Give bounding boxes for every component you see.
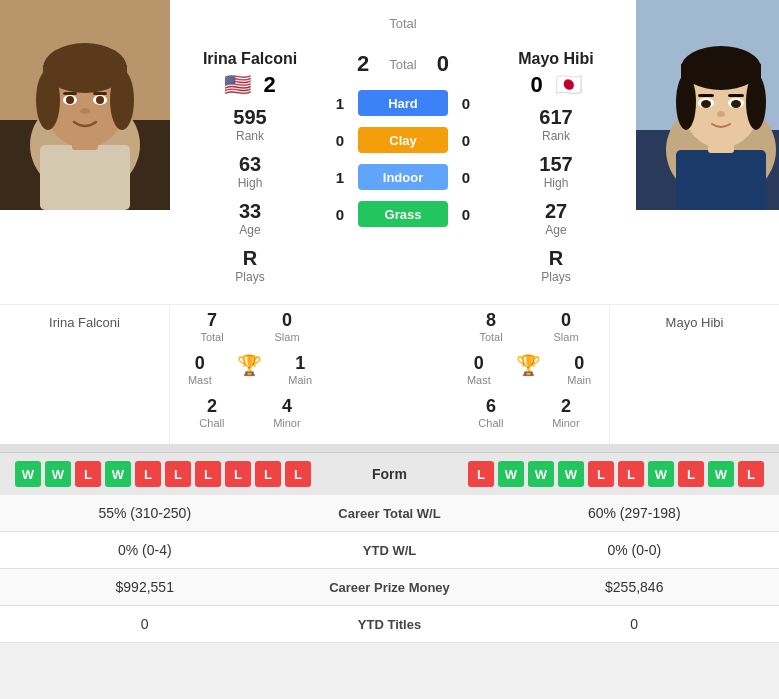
stats-row-ytd-titles: 0 YTD Titles 0 [0, 606, 779, 643]
svg-point-30 [731, 100, 741, 108]
form-section: W W L W L L L L L L Form L W W W L L W L… [0, 452, 779, 495]
right-main-block: 0 Main [567, 353, 591, 386]
right-main-lbl: Main [567, 374, 591, 386]
svg-rect-15 [93, 92, 107, 95]
right-mast-val: 0 [467, 353, 491, 374]
left-stat-pair-1: 7 Total 0 Slam [175, 310, 325, 343]
left-flag: 🇺🇸 [224, 72, 251, 98]
right-form-2: W [528, 461, 554, 487]
left-form-7: L [225, 461, 251, 487]
right-high-label: High [539, 176, 572, 190]
right-clay-score: 0 [456, 132, 476, 149]
left-total-val: 7 [200, 310, 223, 331]
right-total-lbl: Total [479, 331, 502, 343]
left-form-0: W [15, 461, 41, 487]
left-plays-label: Plays [235, 270, 264, 284]
left-form-4: L [135, 461, 161, 487]
right-high-value: 157 [539, 153, 572, 176]
right-chall-lbl: Chall [478, 417, 503, 429]
right-stat-pair-2: 0 Mast 🏆 0 Main [454, 353, 604, 386]
right-form-badges: L W W W L L W L W L [468, 461, 764, 487]
left-trophy-icon: 🏆 [237, 353, 262, 386]
right-name-below: Mayo Hibi [666, 315, 724, 330]
svg-rect-31 [698, 94, 714, 97]
left-mast-block: 0 Mast [188, 353, 212, 386]
left-form-1: W [45, 461, 71, 487]
surfaces-block: 1 Hard 0 0 Clay 0 1 Indoor 0 0 Grass [330, 90, 476, 233]
left-form-6: L [195, 461, 221, 487]
left-form-5: L [165, 461, 191, 487]
left-grass-score: 0 [330, 206, 350, 223]
left-total-lbl: Total [200, 331, 223, 343]
right-age-value: 27 [545, 200, 567, 223]
left-hard-score: 1 [330, 95, 350, 112]
surface-row-hard: 1 Hard 0 [330, 90, 476, 116]
top-section: Irina Falconi 🇺🇸 2 595 Rank 63 High 33 A… [0, 0, 779, 304]
ytd-wl-label: YTD W/L [290, 543, 490, 558]
svg-point-33 [717, 111, 725, 117]
left-stat-pair-3: 2 Chall 4 Minor [175, 396, 325, 429]
ytd-titles-left: 0 [0, 616, 290, 632]
left-chall-val: 2 [199, 396, 224, 417]
left-minor-block: 4 Minor [273, 396, 301, 429]
svg-point-16 [80, 108, 90, 114]
right-chall-block: 6 Chall [478, 396, 503, 429]
right-minor-lbl: Minor [552, 417, 580, 429]
right-slam-block: 0 Slam [554, 310, 579, 343]
right-rank-value: 617 [539, 106, 572, 129]
svg-point-28 [701, 100, 711, 108]
left-total-block: 7 Total [200, 310, 223, 343]
right-minor-val: 2 [552, 396, 580, 417]
left-stats-panel: Irina Falconi 🇺🇸 2 595 Rank 63 High 33 A… [170, 0, 330, 294]
surface-row-grass: 0 Grass 0 [330, 201, 476, 227]
grass-badge: Grass [358, 201, 448, 227]
ytd-wl-left: 0% (0-4) [0, 542, 290, 558]
clay-badge: Clay [358, 127, 448, 153]
right-form-9: L [738, 461, 764, 487]
right-form-6: W [648, 461, 674, 487]
right-mast-block: 0 Mast [467, 353, 491, 386]
left-age-label: Age [239, 223, 261, 237]
svg-rect-32 [728, 94, 744, 97]
right-slam-val: 0 [554, 310, 579, 331]
right-form-7: L [678, 461, 704, 487]
svg-rect-3 [40, 145, 130, 210]
right-hard-score: 0 [456, 95, 476, 112]
left-form-9: L [285, 461, 311, 487]
left-plays-block: R Plays [235, 247, 264, 284]
right-total-val: 8 [479, 310, 502, 331]
right-form-5: L [618, 461, 644, 487]
right-indoor-score: 0 [456, 169, 476, 186]
svg-rect-20 [676, 150, 766, 210]
left-plays-value: R [235, 247, 264, 270]
left-clay-score: 0 [330, 132, 350, 149]
career-wl-label: Career Total W/L [290, 506, 490, 521]
svg-rect-24 [681, 64, 761, 84]
right-main-val: 0 [567, 353, 591, 374]
left-player-photo [0, 0, 170, 210]
right-plays-label: Plays [541, 270, 570, 284]
stats-table: 55% (310-250) Career Total W/L 60% (297-… [0, 495, 779, 643]
right-high-block: 157 High [539, 153, 572, 190]
svg-point-9 [110, 70, 134, 130]
svg-point-26 [746, 74, 766, 130]
right-age-label: Age [545, 223, 567, 237]
ytd-titles-right: 0 [490, 616, 780, 632]
center-panel: Total 2 Total 0 1 Hard 0 0 Clay 0 1 In [330, 0, 476, 294]
svg-point-11 [66, 96, 74, 104]
left-name-below: Irina Falconi [49, 315, 120, 330]
left-slam-val: 0 [275, 310, 300, 331]
divider-1 [0, 444, 779, 452]
surface-row-indoor: 1 Indoor 0 [330, 164, 476, 190]
right-total-score: 0 [530, 72, 542, 98]
left-form-8: L [255, 461, 281, 487]
right-minor-block: 2 Minor [552, 396, 580, 429]
left-player-name: Irina Falconi [203, 42, 297, 72]
right-form-8: W [708, 461, 734, 487]
prize-left: $992,551 [0, 579, 290, 595]
indoor-badge: Indoor [358, 164, 448, 190]
left-stat-pair-2: 0 Mast 🏆 1 Main [175, 353, 325, 386]
below-photo-stats: Irina Falconi 7 Total 0 Slam 0 Mast 🏆 [0, 304, 779, 444]
stats-row-prize: $992,551 Career Prize Money $255,846 [0, 569, 779, 606]
left-chall-lbl: Chall [199, 417, 224, 429]
